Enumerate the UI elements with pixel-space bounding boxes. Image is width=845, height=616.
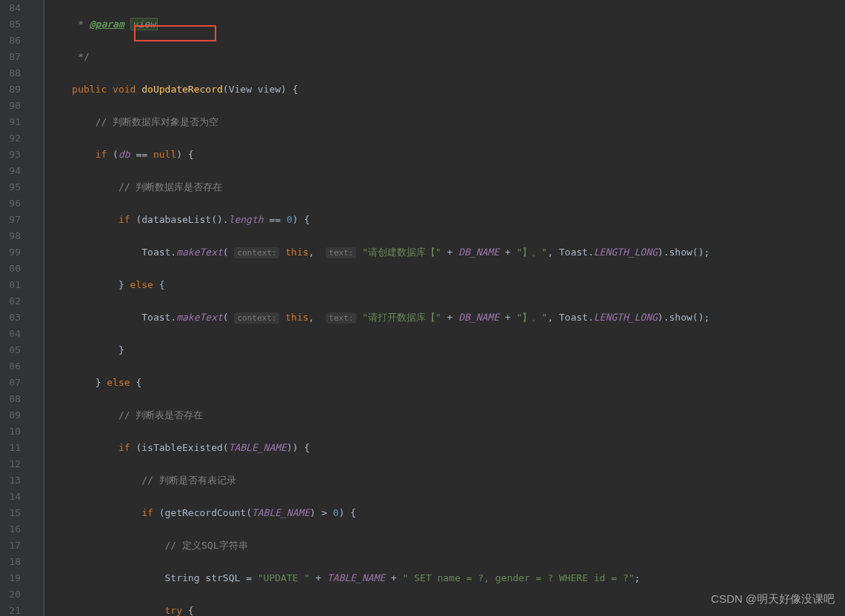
line-number: 99 [0,244,21,261]
watermark: CSDN @明天好像没课吧 [711,591,835,607]
code-editor[interactable]: 84 85 86 87 88 89 90 91 92 93 94 95 96 9… [0,0,845,616]
line-number: 09 [0,407,21,424]
line-number: 91 [0,114,21,130]
line-number: 13 [0,472,21,489]
doc-comment: * @param view [72,18,158,30]
line-number: 02 [0,293,21,309]
keyword-void: void [113,84,136,95]
line-number: 84 [0,0,21,16]
line-number: 07 [0,375,21,391]
line-number: 16 [0,521,21,538]
line-number: 87 [0,49,21,65]
line-number: 19 [0,570,21,586]
line-number: 96 [0,195,21,212]
line-number: 98 [0,228,21,244]
line-number: 14 [0,489,21,505]
comment: // 判断数据库对象是否为空 [96,116,218,127]
toast-call: Toast.makeText( context: this, text: "请打… [141,312,709,323]
line-number: 95 [0,179,21,195]
comment: // 判断表是否存在 [118,409,203,421]
line-number: 92 [0,130,21,147]
line-number: 90 [0,98,21,114]
line-number: 17 [0,538,21,554]
line-number: 03 [0,309,21,326]
line-number: 11 [0,440,21,456]
line-number: 21 [0,603,21,616]
comment: // 判断数据库是否存在 [118,181,222,192]
line-number: 01 [0,277,21,293]
toast-call: Toast.makeText( context: this, text: "请创… [141,247,709,258]
line-number: 93 [0,147,21,163]
method-name: doUpdateRecord [141,84,223,95]
line-number: 05 [0,342,21,358]
line-number: 04 [0,326,21,342]
line-number: 89 [0,81,21,98]
line-number: 86 [0,33,21,49]
comment: // 判断是否有表记录 [141,475,236,486]
line-number: 85 [0,16,21,33]
keyword-public: public [72,84,107,95]
line-number: 06 [0,358,21,375]
line-number: 00 [0,261,21,277]
line-number: 20 [0,586,21,603]
line-number: 15 [0,505,21,521]
line-number: 18 [0,554,21,570]
line-number: 12 [0,456,21,472]
code-area[interactable]: * @param view */ public void doUpdateRec… [44,0,845,616]
line-number: 08 [0,391,21,407]
line-number: 94 [0,163,21,179]
line-number: 88 [0,65,21,81]
comment: // 定义SQL字符串 [165,540,248,551]
line-number-gutter: 84 85 86 87 88 89 90 91 92 93 94 95 96 9… [0,0,27,616]
line-number: 10 [0,424,21,440]
doc-close: */ [72,51,89,62]
line-number: 97 [0,212,21,228]
fold-gutter [27,0,44,616]
